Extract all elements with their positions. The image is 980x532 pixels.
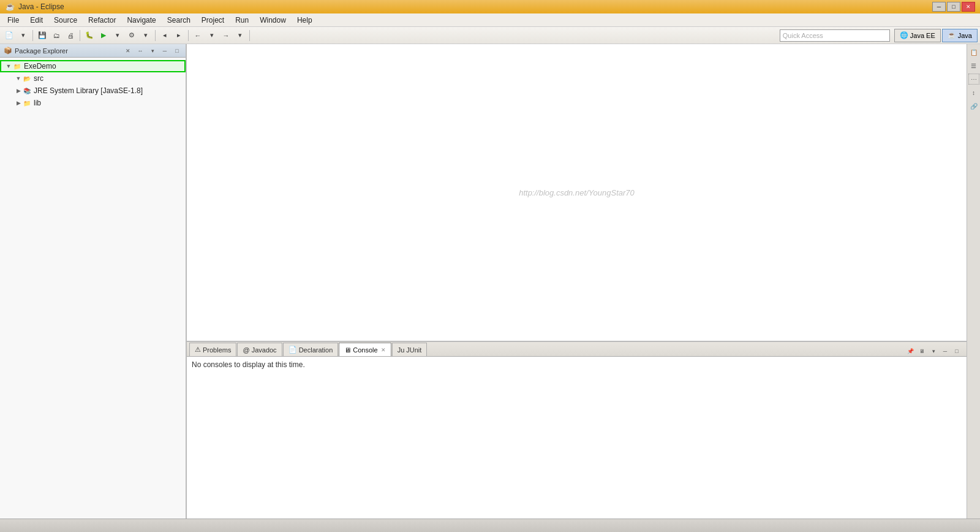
declaration-label: Declaration <box>299 346 333 354</box>
run-dropdown[interactable]: ▾ <box>111 29 124 42</box>
save-button[interactable]: 💾 <box>36 29 49 42</box>
build-dropdown[interactable]: ▾ <box>139 29 153 42</box>
tab-junit[interactable]: Ju JUnit <box>392 343 428 356</box>
title-bar: ☕ Java - Eclipse ─ □ ✕ <box>0 0 980 13</box>
next-edit-button[interactable]: ▸ <box>172 29 186 42</box>
right-sidebar: 📋 ☰ ⋯ ↕ 🔗 <box>967 44 980 519</box>
forward-dropdown[interactable]: ▾ <box>233 29 247 42</box>
package-tree: ▼ 📁 ExeDemo ▼ 📂 src ▶ 📚 JRE System Libra… <box>0 58 186 519</box>
jre-label: JRE System Library [JavaSE-1.8] <box>34 86 143 95</box>
back-dropdown[interactable]: ▾ <box>205 29 219 42</box>
console-toolbar-newconsole[interactable]: 🖥 <box>917 346 927 356</box>
console-toolbar-dropdown[interactable]: ▾ <box>929 346 938 356</box>
close-button[interactable]: ✕ <box>962 2 975 12</box>
jre-icon: 📚 <box>22 86 32 96</box>
lib-expand-arrow[interactable]: ▶ <box>15 99 22 107</box>
sidebar-icon-3[interactable]: ⋯ <box>968 74 979 85</box>
tab-javadoc[interactable]: @ Javadoc <box>237 343 282 356</box>
package-explorer-icon: 📦 <box>4 47 12 55</box>
toolbar-sep-2 <box>80 30 80 41</box>
toolbar-sep-3 <box>155 30 156 41</box>
pkg-explorer-maximize[interactable]: □ <box>172 46 182 56</box>
toolbar: 📄 ▾ 💾 🗂 🖨 🐛 ▶ ▾ ⚙ ▾ ◂ ▸ ← ▾ → ▾ Quick Ac… <box>0 27 980 44</box>
debug-button[interactable]: 🐛 <box>83 29 96 42</box>
eclipse-icon: ☕ <box>5 2 15 12</box>
problems-label: Problems <box>203 346 231 354</box>
minimize-button[interactable]: ─ <box>932 2 946 12</box>
toolbar-sep-4 <box>188 30 189 41</box>
java-ee-perspective[interactable]: 🌐 Java EE <box>894 29 941 42</box>
src-expand-arrow[interactable]: ▼ <box>15 75 22 82</box>
exedemo-expand-arrow[interactable]: ▼ <box>5 63 12 70</box>
run-button[interactable]: ▶ <box>97 29 110 42</box>
sidebar-icon-2[interactable]: ☰ <box>968 60 979 71</box>
menu-item-file[interactable]: File <box>2 15 24 26</box>
src-label: src <box>34 74 43 83</box>
java-perspective[interactable]: ☕ Java <box>942 29 978 42</box>
prev-edit-button[interactable]: ◂ <box>158 29 172 42</box>
left-panel: 📦 Package Explorer ✕ ↔ ▾ ─ □ ▼ 📁 ExeDemo… <box>0 44 187 519</box>
tree-item-src[interactable]: ▼ 📂 src <box>0 72 186 85</box>
menu-bar: FileEditSourceRefactorNavigateSearchProj… <box>0 13 980 27</box>
tree-item-jre[interactable]: ▶ 📚 JRE System Library [JavaSE-1.8] <box>0 85 186 97</box>
javadoc-label: Javadoc <box>252 346 277 354</box>
menu-item-navigate[interactable]: Navigate <box>122 15 160 26</box>
tab-problems[interactable]: ⚠ Problems <box>189 343 236 356</box>
console-toolbar-minimize[interactable]: ─ <box>940 346 950 356</box>
pkg-explorer-viewmenu[interactable]: ▾ <box>148 46 157 56</box>
pkg-explorer-minimize[interactable]: ─ <box>160 46 170 56</box>
center-area: http://blog.csdn.net/YoungStar70 ⚠ Probl… <box>187 44 967 519</box>
toolbar-sep-5 <box>249 30 250 41</box>
console-message: No consoles to display at this time. <box>192 360 305 369</box>
status-bar <box>0 519 980 532</box>
menu-item-refactor[interactable]: Refactor <box>83 15 121 26</box>
console-icon: 🖥 <box>344 346 351 354</box>
javadoc-icon: @ <box>243 346 249 354</box>
title-bar-left: ☕ Java - Eclipse <box>5 2 64 12</box>
editor-area: http://blog.csdn.net/YoungStar70 <box>187 44 967 341</box>
console-toolbar-pin[interactable]: 📌 <box>905 346 915 356</box>
menu-item-window[interactable]: Window <box>255 15 291 26</box>
console-toolbar-maximize[interactable]: □ <box>952 346 962 356</box>
build-button[interactable]: ⚙ <box>125 29 138 42</box>
menu-item-help[interactable]: Help <box>292 15 317 26</box>
package-explorer-title: Package Explorer <box>15 47 121 55</box>
perspective-buttons: 🌐 Java EE ☕ Java <box>894 29 978 42</box>
menu-item-edit[interactable]: Edit <box>25 15 48 26</box>
new-dropdown[interactable]: ▾ <box>17 29 30 42</box>
java-label: Java <box>958 32 972 39</box>
tab-declaration[interactable]: 📄 Declaration <box>283 343 339 356</box>
window-controls: ─ □ ✕ <box>932 2 975 12</box>
menu-item-run[interactable]: Run <box>230 15 254 26</box>
quick-access-input[interactable]: Quick Access <box>780 29 890 42</box>
tree-item-exedemo[interactable]: ▼ 📁 ExeDemo <box>0 60 186 72</box>
bottom-tabs: ⚠ Problems @ Javadoc 📄 Declaration 🖥 Con… <box>187 342 967 357</box>
console-tab-close[interactable]: ✕ <box>381 347 386 353</box>
junit-label: JUnit <box>406 346 421 354</box>
sidebar-icon-5[interactable]: 🔗 <box>968 101 979 112</box>
exedemo-label: ExeDemo <box>24 62 56 70</box>
sidebar-icon-1[interactable]: 📋 <box>968 47 979 58</box>
print-button[interactable]: 🖨 <box>64 29 77 42</box>
toolbar-build-group: ⚙ ▾ <box>125 29 153 42</box>
tree-item-lib[interactable]: ▶ 📁 lib <box>0 97 186 109</box>
back-button[interactable]: ← <box>191 29 205 42</box>
toolbar-sep-1 <box>32 30 33 41</box>
jre-expand-arrow[interactable]: ▶ <box>15 87 22 94</box>
pkg-explorer-sync[interactable]: ↔ <box>135 46 145 56</box>
editor-watermark: http://blog.csdn.net/YoungStar70 <box>519 188 635 197</box>
junit-icon: Ju <box>398 346 405 354</box>
menu-item-search[interactable]: Search <box>162 15 195 26</box>
forward-button[interactable]: → <box>219 29 233 42</box>
tab-console[interactable]: 🖥 Console ✕ <box>339 343 391 356</box>
menu-item-project[interactable]: Project <box>197 15 229 26</box>
problems-icon: ⚠ <box>195 346 201 354</box>
save-all-button[interactable]: 🗂 <box>50 29 63 42</box>
exedemo-project-icon: 📁 <box>12 61 22 71</box>
restore-button[interactable]: □ <box>947 2 960 12</box>
menu-item-source[interactable]: Source <box>49 15 82 26</box>
pkg-explorer-close[interactable]: ✕ <box>123 46 133 56</box>
src-icon: 📂 <box>22 74 32 83</box>
sidebar-icon-4[interactable]: ↕ <box>968 87 979 98</box>
new-button[interactable]: 📄 <box>2 29 16 42</box>
